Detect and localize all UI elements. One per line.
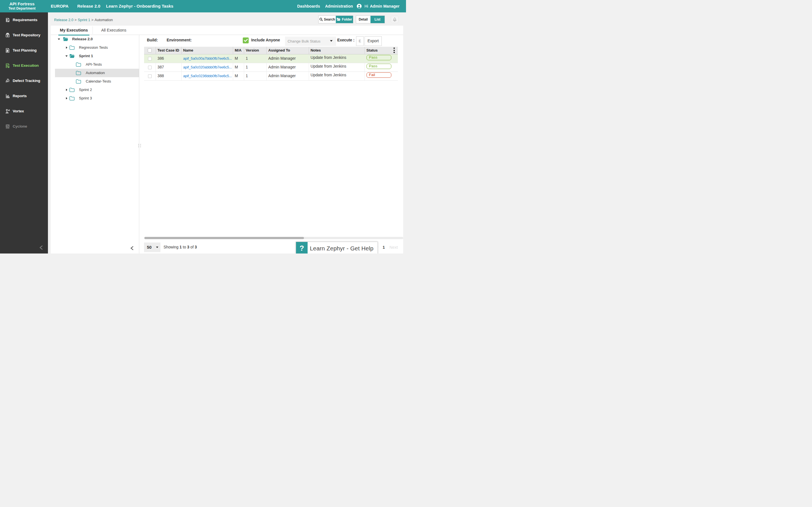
scrollbar-thumb[interactable] xyxy=(144,237,304,239)
row-checkbox[interactable] xyxy=(144,63,156,71)
col-status[interactable]: Status xyxy=(364,47,398,54)
detail-button[interactable]: Detail xyxy=(356,16,370,23)
menu-dot xyxy=(394,52,395,53)
sidebar-item-label: Test Execution xyxy=(13,58,39,73)
showing-to-word: to xyxy=(183,245,186,249)
breadcrumb-separator: > xyxy=(74,18,77,22)
sidebar-item-test-execution[interactable]: Test Execution xyxy=(0,58,48,73)
cell-status: Fail xyxy=(364,71,398,80)
caret-right-icon[interactable] xyxy=(65,97,68,100)
table-row[interactable]: 387 apif_5a0c020abbb0fb7ee6c5... M 1 Adm… xyxy=(144,63,398,71)
brand-title: API Fortress xyxy=(0,1,44,6)
help-popup[interactable]: ? Learn Zephyr - Get Help xyxy=(296,242,378,253)
topnav-dashboards[interactable]: Dashboards xyxy=(297,4,320,8)
sidebar-item-label: Requirements xyxy=(13,12,38,27)
cell-name: apif_5a0c00a7bbb0fb7ee6c5... xyxy=(181,54,233,63)
folder-tree: Release 2.0 Regression Tests Sprint 1 AP… xyxy=(51,35,139,253)
breadcrumb-separator: > xyxy=(91,18,93,22)
row-checkbox[interactable] xyxy=(144,71,156,80)
grid-toolbar: Build: Environment: Include Anyone Chang… xyxy=(139,35,403,47)
include-anyone-checkbox[interactable] xyxy=(243,38,249,43)
sidebar-item-label: Test Planning xyxy=(13,43,37,58)
tree-item-sprint-1[interactable]: Sprint 1 xyxy=(51,52,139,60)
include-anyone-label: Include Anyone xyxy=(251,38,280,42)
cyclone-icon xyxy=(5,124,10,129)
tab-my-executions[interactable]: My Executions xyxy=(58,25,89,35)
caret-down-icon[interactable] xyxy=(65,55,68,57)
col-test-case-id[interactable]: Test Case ID xyxy=(156,47,181,54)
showing-prefix: Showing xyxy=(163,245,179,249)
tree-collapse-chevron[interactable] xyxy=(130,246,134,250)
status-badge[interactable]: Pass xyxy=(366,55,391,60)
status-badge[interactable]: Fail xyxy=(366,72,391,78)
list-button[interactable]: List xyxy=(370,16,385,23)
caret-down-icon[interactable] xyxy=(57,38,60,41)
folder-button[interactable]: Folder xyxy=(336,16,353,23)
tree-item-sprint-3[interactable]: Sprint 3 xyxy=(51,94,139,103)
test-case-link[interactable]: apif_5a0c0236bbb0fb7ee6c5... xyxy=(183,74,232,78)
breadcrumb-release[interactable]: Release 2.0 xyxy=(54,18,73,22)
topnav-task[interactable]: Learn Zephyr - Onboarding Tasks xyxy=(106,0,173,12)
sidebar-item-vortex[interactable]: Vortex xyxy=(0,104,48,119)
cell-version: 1 xyxy=(244,54,266,63)
breadcrumb-sprint[interactable]: Sprint 1 xyxy=(78,18,90,22)
table-row[interactable]: 386 apif_5a0c00a7bbb0fb7ee6c5... M 1 Adm… xyxy=(144,54,398,63)
folder-open-icon xyxy=(337,18,341,21)
tab-all-executions[interactable]: All Executions xyxy=(101,25,135,35)
app-brand: API Fortress Test Department xyxy=(0,1,44,11)
test-case-link[interactable]: apif_5a0c020abbb0fb7ee6c5... xyxy=(183,65,232,69)
table-row[interactable]: 388 apif_5a0c0236bbb0fb7ee6c5... M 1 Adm… xyxy=(144,71,398,80)
folder-open-icon xyxy=(69,54,75,58)
executions-table-area: Build: Environment: Include Anyone Chang… xyxy=(139,35,403,253)
search-button[interactable]: Search xyxy=(319,16,336,23)
status-badge[interactable]: Pass xyxy=(366,64,391,69)
sidebar-item-test-repository[interactable]: Test Repository xyxy=(0,27,48,43)
search-label: Search xyxy=(324,17,335,21)
next-page-button[interactable]: Next xyxy=(389,245,398,249)
sidebar-item-test-planning[interactable]: Test Planning xyxy=(0,43,48,58)
test-case-link[interactable]: apif_5a0c00a7bbb0fb7ee6c5... xyxy=(183,56,232,61)
change-bulk-status-select[interactable]: Change Bulk Status xyxy=(285,37,336,46)
column-menu-icon[interactable] xyxy=(394,48,395,53)
col-assigned-to[interactable]: Assigned To xyxy=(266,47,309,54)
topnav-project[interactable]: EUROPA xyxy=(51,0,68,12)
caret-right-icon[interactable] xyxy=(65,46,68,49)
col-version[interactable]: Version xyxy=(244,47,266,54)
sidebar-item-reports[interactable]: Reports xyxy=(0,89,48,104)
tree-item-release-2-0[interactable]: Release 2.0 xyxy=(51,35,139,43)
col-notes[interactable]: Notes xyxy=(309,47,364,54)
main-panel: My Executions All Executions Release 2.0… xyxy=(51,25,403,253)
sidebar-item-label: Defect Tracking xyxy=(13,73,40,89)
export-button[interactable]: Export xyxy=(364,36,382,46)
sidebar-item-defect-tracking[interactable]: Defect Tracking xyxy=(0,73,48,89)
select-all-checkbox[interactable] xyxy=(144,47,156,54)
cell-name: apif_5a0c020abbb0fb7ee6c5... xyxy=(181,63,233,71)
tree-item-calendar-tests[interactable]: Calendar-Tests xyxy=(51,77,139,86)
page-size-select[interactable]: 50 xyxy=(144,242,160,252)
current-page[interactable]: 1 xyxy=(383,245,385,249)
sidebar-collapse-chevron[interactable] xyxy=(39,245,44,250)
menu-dot xyxy=(394,50,395,51)
caret-right-icon[interactable] xyxy=(65,89,68,91)
topnav-release[interactable]: Release 2.0 xyxy=(77,0,100,12)
splitter-dot xyxy=(138,144,139,145)
user-avatar-icon[interactable] xyxy=(357,4,362,9)
reports-icon xyxy=(5,94,10,99)
horizontal-scrollbar[interactable] xyxy=(144,237,403,239)
col-ma[interactable]: M/A xyxy=(233,47,244,54)
user-name[interactable]: Admin Manager xyxy=(370,4,400,8)
row-checkbox[interactable] xyxy=(144,54,156,63)
defect-tracking-icon xyxy=(5,78,10,83)
sidebar-item-cyclone[interactable]: Cyclone xyxy=(0,119,48,134)
col-name[interactable]: Name xyxy=(181,47,233,54)
tree-item-automation[interactable]: Automation xyxy=(51,69,139,77)
tree-item-sprint-2[interactable]: Sprint 2 xyxy=(51,86,139,94)
execute-input[interactable]: E xyxy=(356,36,364,46)
detail-label: Detail xyxy=(359,17,368,21)
tree-item-api-tests[interactable]: API-Tests xyxy=(51,60,139,69)
tree-item-regression-tests[interactable]: Regression Tests xyxy=(51,43,139,52)
sidebar-item-requirements[interactable]: Requirements xyxy=(0,12,48,27)
sidebar: Requirements Test Repository xyxy=(0,12,48,253)
topnav-administration[interactable]: Administration xyxy=(325,4,353,8)
notifications-button[interactable] xyxy=(391,16,399,23)
